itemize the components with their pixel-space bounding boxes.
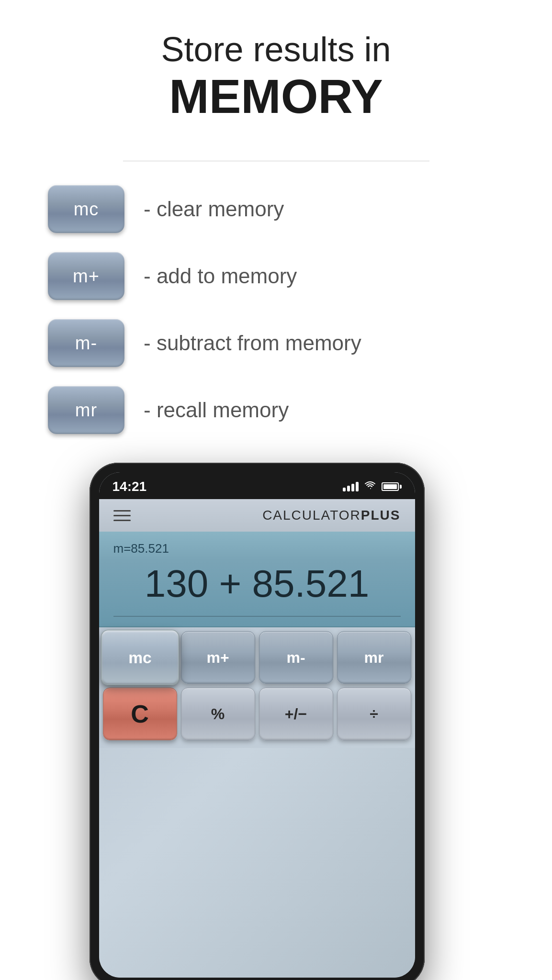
mr-calc-button[interactable]: mr bbox=[337, 631, 411, 684]
phone-mockup-section: 14:21 bbox=[0, 463, 552, 980]
signal-bar-4 bbox=[356, 482, 359, 491]
calc-display: m=85.521 130 + 85.521 bbox=[99, 532, 415, 627]
function-button-row: C % +/− ÷ bbox=[103, 688, 411, 740]
mc-description: - clear memory bbox=[144, 197, 284, 221]
memory-item-mc: mc - clear memory bbox=[48, 185, 504, 233]
hamburger-line-3 bbox=[113, 520, 131, 521]
sign-calc-button[interactable]: +/− bbox=[259, 688, 333, 740]
hamburger-menu-icon[interactable] bbox=[113, 510, 131, 521]
status-icons bbox=[343, 480, 402, 493]
memory-item-mplus: m+ - add to memory bbox=[48, 252, 504, 300]
mr-button-demo[interactable]: mr bbox=[48, 386, 124, 434]
calc-header: CALCULATORPLUS bbox=[99, 499, 415, 532]
main-title: MEMORY bbox=[38, 70, 514, 122]
signal-bar-1 bbox=[343, 488, 346, 491]
phone-frame: 14:21 bbox=[90, 463, 425, 980]
memory-item-mr: mr - recall memory bbox=[48, 386, 504, 434]
divide-calc-button[interactable]: ÷ bbox=[337, 688, 411, 740]
mminus-calc-button[interactable]: m- bbox=[259, 631, 333, 684]
mr-description: - recall memory bbox=[144, 398, 289, 422]
memory-item-mminus: m- - subtract from memory bbox=[48, 319, 504, 367]
mc-button-demo[interactable]: mc bbox=[48, 185, 124, 233]
battery-icon bbox=[382, 482, 402, 491]
status-time: 14:21 bbox=[113, 479, 147, 494]
subtitle: Store results in bbox=[38, 29, 514, 70]
signal-bar-3 bbox=[351, 484, 354, 491]
mminus-description: - subtract from memory bbox=[144, 331, 361, 355]
top-section: Store results in MEMORY bbox=[0, 0, 552, 142]
memory-list: mc - clear memory m+ - add to memory m- … bbox=[0, 185, 552, 434]
phone-screen: 14:21 bbox=[99, 472, 415, 978]
mplus-button-demo[interactable]: m+ bbox=[48, 252, 124, 300]
battery-tip bbox=[400, 485, 402, 489]
display-memory-value: m=85.521 bbox=[113, 541, 401, 556]
hamburger-line-2 bbox=[113, 515, 131, 516]
battery-body bbox=[382, 482, 399, 491]
mplus-calc-button[interactable]: m+ bbox=[181, 631, 255, 684]
hamburger-line-1 bbox=[113, 510, 131, 512]
calculator-app: CALCULATORPLUS m=85.521 130 + 85.521 mc … bbox=[99, 499, 415, 978]
calc-title-bold: PLUS bbox=[361, 508, 401, 523]
signal-icon bbox=[343, 482, 359, 491]
mminus-button-demo[interactable]: m- bbox=[48, 319, 124, 367]
section-divider bbox=[123, 161, 429, 161]
wifi-icon bbox=[363, 480, 377, 493]
display-expression: 130 + 85.521 bbox=[113, 558, 401, 610]
clear-calc-button[interactable]: C bbox=[103, 688, 177, 740]
mc-calc-button[interactable]: mc bbox=[101, 630, 179, 686]
calc-buttons: mc m+ m- mr C % +/− ÷ bbox=[99, 627, 415, 748]
display-divider-line bbox=[113, 616, 401, 617]
signal-bar-2 bbox=[347, 486, 350, 491]
calc-title-normal: CALCULATOR bbox=[262, 508, 361, 523]
battery-fill bbox=[383, 484, 397, 489]
mplus-description: - add to memory bbox=[144, 264, 297, 288]
calc-app-title: CALCULATORPLUS bbox=[262, 508, 400, 523]
memory-button-row: mc m+ m- mr bbox=[103, 631, 411, 684]
percent-calc-button[interactable]: % bbox=[181, 688, 255, 740]
phone-notch bbox=[214, 473, 300, 480]
